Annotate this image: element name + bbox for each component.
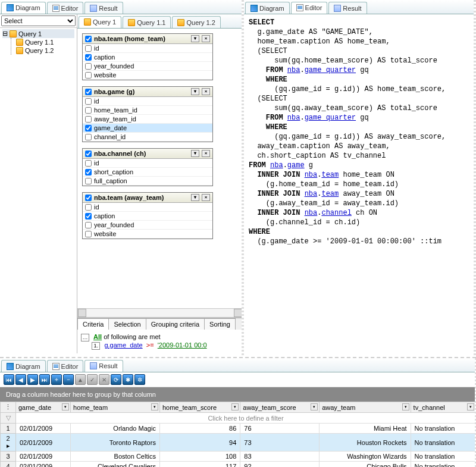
criteria-all[interactable]: All [93,333,102,340]
toolbar-btn-5[interactable]: － [63,374,74,385]
column-checkbox[interactable] [85,204,92,211]
column-checkbox[interactable] [85,63,92,70]
qtab-1[interactable]: Query 1 [79,16,121,28]
table-1[interactable]: nba.game (g)▾×idhome_team_idaway_team_id… [82,86,213,142]
table-close[interactable]: × [202,150,210,157]
col-filter-icon[interactable]: ▾ [62,403,69,410]
tree-child-1[interactable]: Query 1.1 [16,38,74,46]
column-row[interactable]: id [83,159,212,168]
col-filter-icon[interactable]: ▾ [311,403,318,410]
column-row[interactable]: website [83,71,212,80]
table-dropdown[interactable]: ▾ [191,88,199,95]
column-checkbox[interactable] [85,222,92,228]
toolbar-btn-3[interactable]: ⏭ [39,374,50,385]
col-tv_channel[interactable]: tv_channel▾ [411,402,475,413]
criteria-tab-sorting[interactable]: Sorting [204,318,236,330]
criteria-tab-selection[interactable]: Selection [108,318,146,330]
filter-hint[interactable]: Click here to define a filter [16,413,476,424]
col-game_date[interactable]: game_date▾ [16,402,71,413]
column-checkbox[interactable] [85,125,92,131]
column-checkbox[interactable] [85,169,92,175]
column-row[interactable]: caption [83,53,212,62]
criteria-row-num[interactable]: 1. [92,342,100,350]
column-checkbox[interactable] [85,54,92,61]
table-select-all[interactable] [85,195,92,201]
column-row[interactable]: channel_id [83,133,212,142]
column-checkbox[interactable] [85,72,92,79]
col-home_team_score[interactable]: home_team_score▾ [159,402,240,413]
tab-diagram[interactable]: Diagram [1,2,46,14]
column-row[interactable]: game_date [83,124,212,133]
column-checkbox[interactable] [85,231,92,237]
column-checkbox[interactable] [85,98,92,105]
toolbar-btn-4[interactable]: ＋ [51,374,62,385]
col-home_team[interactable]: home_team▾ [71,402,160,413]
col-filter-icon[interactable]: ▾ [231,403,239,410]
filter-icon[interactable]: ▽ [1,413,16,424]
qtab-2[interactable]: Query 1.1 [123,16,171,28]
column-checkbox[interactable] [85,45,92,52]
grid-row[interactable]: 402/01/2009Cleveland Cavaliers11792Chica… [1,462,476,468]
tab-editor-r[interactable]: Editor [291,2,328,14]
column-checkbox[interactable] [85,160,92,167]
sql-editor[interactable]: SELECT g.game_date AS "GAME_DATE", home_… [244,14,475,353]
group-by-bar[interactable]: Drag a column header here to group by th… [0,387,476,402]
column-row[interactable]: year_founded [83,221,212,230]
column-row[interactable]: home_team_id [83,106,212,115]
grid-row[interactable]: 2 ▸02/01/2009Toronto Raptors9473Houston … [1,434,476,452]
column-checkbox[interactable] [85,134,92,140]
tab-diagram-b[interactable]: Diagram [1,360,46,372]
qtab-3[interactable]: Query 1.2 [172,16,220,28]
criteria-tab-grouping-criteria[interactable]: Grouping criteria [146,318,205,330]
column-checkbox[interactable] [85,213,92,220]
col-away_team_score[interactable]: away_team_score▾ [240,402,320,413]
diagram-hscroll[interactable] [77,308,243,318]
column-row[interactable]: id [83,97,212,106]
toolbar-btn-6[interactable]: ▲ [75,374,86,385]
toolbar-btn-9[interactable]: ⟳ [111,374,121,385]
column-row[interactable]: short_caption [83,168,212,177]
column-checkbox[interactable] [85,107,92,114]
criteria-op[interactable]: >= [146,341,154,349]
tab-result-r[interactable]: Result [328,2,367,14]
grid-row[interactable]: 302/01/2009Boston Celtics10883Washington… [1,452,476,462]
criteria-value[interactable]: '2009-01-01 00:0 [158,341,207,349]
table-dropdown[interactable]: ▾ [191,150,199,157]
table-0[interactable]: nba.team (home_team)▾×idcaptionyear_foun… [82,33,213,80]
table-close[interactable]: × [202,194,210,201]
column-row[interactable]: id [83,44,212,53]
toolbar-btn-2[interactable]: ▶ [27,374,38,385]
column-row[interactable]: year_founded [83,62,212,71]
tab-editor[interactable]: Editor [47,2,84,14]
toolbar-btn-1[interactable]: ◀ [15,374,26,385]
table-close[interactable]: × [202,88,210,95]
criteria-root-toggle[interactable]: … [81,334,89,341]
schema-select[interactable]: Select [1,15,76,26]
column-row[interactable]: away_team_id [83,115,212,124]
diagram-canvas[interactable]: nba.team (home_team)▾×idcaptionyear_foun… [77,29,243,308]
tab-diagram-r[interactable]: Diagram [245,2,290,14]
table-select-all[interactable] [85,151,92,157]
table-select-all[interactable] [85,36,92,42]
column-row[interactable]: caption [83,212,212,221]
tree-child-2[interactable]: Query 1.2 [16,46,74,55]
column-row[interactable]: id [83,203,212,212]
toolbar-btn-0[interactable]: ⏮ [4,374,14,385]
table-select-all[interactable] [85,89,92,95]
toolbar-btn-7[interactable]: ✓ [87,374,98,385]
table-3[interactable]: nba.team (away_team)▾×idcaptionyear_foun… [82,192,213,239]
criteria-tab-criteria[interactable]: Criteria [77,318,109,330]
column-checkbox[interactable] [85,178,92,184]
tab-result-b[interactable]: Result [84,360,123,372]
tab-editor-b[interactable]: Editor [47,360,84,372]
toolbar-btn-11[interactable]: ✲ [134,374,145,385]
column-checkbox[interactable] [85,116,92,123]
tree-root[interactable]: ⊟Query 1 [2,29,74,38]
table-dropdown[interactable]: ▾ [191,35,199,42]
col-away_team[interactable]: away_team▾ [320,402,411,413]
toolbar-btn-8[interactable]: ✕ [99,374,109,385]
tab-result[interactable]: Result [84,2,123,14]
criteria-field[interactable]: g.game_date [104,341,142,349]
table-close[interactable]: × [202,35,210,42]
column-row[interactable]: website [83,230,212,239]
